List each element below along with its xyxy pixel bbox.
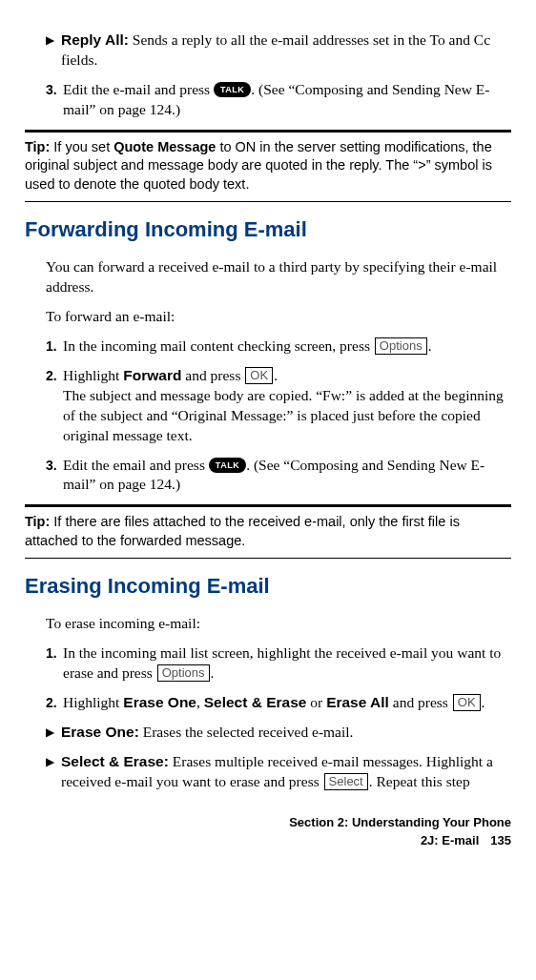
footer-section: 2J: E-mail [421, 833, 479, 847]
erase2-b1: Erase One [123, 694, 196, 710]
erase2-b2: Select & Erase [204, 694, 307, 710]
tip1-bold: Quote Message [113, 139, 216, 154]
tip-label: Tip: [25, 514, 50, 529]
tip-attachments: Tip: If there are files attached to the … [25, 504, 511, 559]
step-3-edit-email: 3. Edit the e-mail and press TALK. (See … [46, 80, 511, 120]
options-key: Options [157, 664, 210, 682]
erase-step-2: 2. Highlight Erase One, Select & Erase o… [46, 693, 511, 713]
step-number: 3. [46, 80, 63, 120]
erase-one-label: Erase One: [61, 724, 139, 740]
tip1-pre: If you set [50, 139, 113, 154]
select-erase-label: Select & Erase: [61, 753, 169, 769]
forward-step-1: 1. In the incoming mail content checking… [46, 337, 511, 357]
erase2-c1: , [196, 694, 204, 710]
tip-label: Tip: [25, 139, 50, 154]
talk-key-icon: TALK [209, 458, 246, 473]
forward-intro: You can forward a received e-mail to a t… [46, 257, 511, 297]
bullet-marker-icon: ▶ [46, 752, 61, 792]
bullet-erase-one: ▶ Erase One: Erases the selected receive… [46, 723, 511, 743]
erase-step-1: 1. In the incoming mail list screen, hig… [46, 643, 511, 684]
erase2-pre1: Highlight [63, 694, 123, 710]
heading-forwarding: Forwarding Incoming E-mail [25, 215, 511, 244]
select-key: Select [324, 773, 368, 790]
bullet-reply-all: ▶ Reply All: Sends a reply to all the e-… [46, 31, 511, 71]
reply-all-text: Reply All: Sends a reply to all the e-ma… [61, 31, 511, 71]
erase1-post: . [211, 664, 215, 681]
erase2-c3: and press [389, 694, 452, 710]
step3-pre: Edit the e-mail and press [63, 81, 214, 97]
fwd2-pre2: and press [181, 367, 244, 383]
step-number: 2. [46, 366, 63, 446]
select-erase-post: . Repeat this step [369, 773, 470, 789]
step-number: 1. [46, 337, 63, 357]
step-number: 3. [46, 456, 63, 496]
forward-step-3: 3. Edit the email and press TALK. (See “… [46, 456, 511, 496]
tip-quote-message: Tip: If you set Quote Message to ON in t… [25, 130, 511, 203]
step-number: 1. [46, 643, 63, 684]
fwd2-bold1: Forward [123, 367, 181, 383]
bullet-marker-icon: ▶ [46, 723, 61, 743]
bullet-select-erase: ▶ Select & Erase: Erases multiple receiv… [46, 752, 511, 792]
erase-one-desc: Erases the selected received e-mail. [139, 724, 354, 740]
ok-key: OK [245, 367, 273, 384]
fwd1-post: . [428, 337, 432, 354]
fwd1-pre: In the incoming mail content checking sc… [63, 337, 374, 354]
talk-key-icon: TALK [214, 82, 251, 97]
ok-key: OK [453, 694, 481, 711]
fwd3-pre: Edit the email and press [63, 457, 209, 473]
reply-all-label: Reply All: [61, 31, 129, 48]
erase2-c2: or [306, 694, 326, 710]
erase-lead: To erase incoming e-mail: [46, 614, 511, 634]
footer-line1: Section 2: Understanding Your Phone [25, 813, 511, 832]
erase2-b3: Erase All [326, 694, 389, 710]
heading-erasing: Erasing Incoming E-mail [25, 572, 511, 601]
page-number: 135 [490, 833, 511, 847]
fwd2-post1: . [274, 367, 278, 383]
bullet-marker-icon: ▶ [46, 31, 61, 71]
erase1-pre: In the incoming mail list screen, highli… [63, 644, 501, 681]
forward-step-2: 2. Highlight Forward and press OK. The s… [46, 366, 511, 446]
page-footer: Section 2: Understanding Your Phone 2J: … [25, 813, 511, 850]
step-number: 2. [46, 693, 63, 713]
erase2-post: . [482, 694, 485, 710]
fwd2-pre1: Highlight [63, 367, 123, 383]
options-key: Options [375, 337, 427, 355]
fwd2-line2: The subject and message body are copied.… [63, 387, 504, 443]
forward-lead: To forward an e-mail: [46, 307, 511, 327]
tip2-body: If there are files attached to the recei… [25, 514, 460, 548]
